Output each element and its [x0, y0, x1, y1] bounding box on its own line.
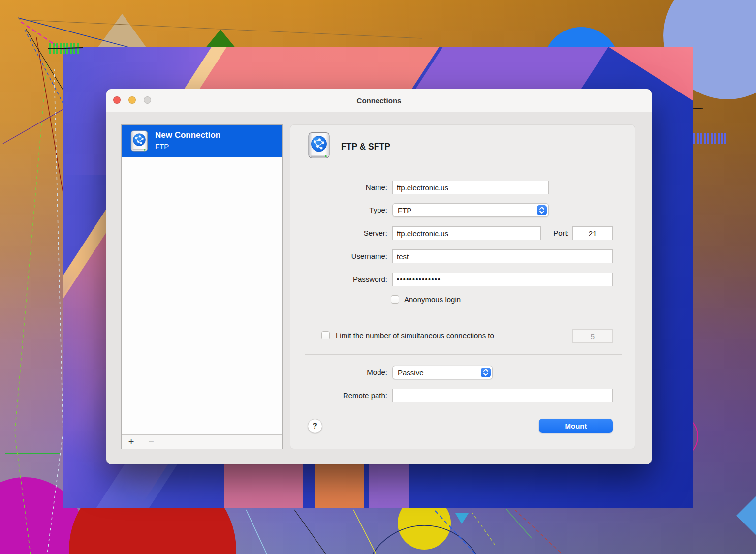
anonymous-login-label: Anonymous login	[404, 295, 461, 304]
type-popup-value: FTP	[393, 206, 537, 215]
limit-connections-label: Limit the number of simultaneous connect…	[336, 331, 494, 340]
port-label: Port:	[507, 226, 569, 240]
minimize-button[interactable]	[128, 96, 136, 104]
decor-blue-bars	[693, 133, 726, 144]
password-label: Password:	[290, 273, 387, 286]
close-button[interactable]	[113, 96, 121, 104]
sidebar-item-subtitle: FTP	[155, 142, 169, 151]
help-button[interactable]: ?	[308, 419, 322, 433]
pane-title: FTP & SFTP	[341, 142, 390, 152]
mode-popup[interactable]: Passive	[392, 366, 493, 379]
mount-button[interactable]: Mount	[539, 419, 613, 433]
up-down-chevrons-icon	[537, 205, 547, 215]
connections-sidebar: New Connection FTP + −	[121, 124, 283, 449]
network-drive-icon	[129, 130, 149, 154]
up-down-chevrons-icon	[481, 368, 491, 377]
sidebar-item-title: New Connection	[155, 130, 220, 140]
sidebar-toolbar: + −	[122, 434, 282, 449]
titlebar: Connections	[106, 89, 652, 112]
limit-connections-checkbox[interactable]	[321, 331, 330, 339]
network-drive-icon	[307, 132, 331, 161]
type-label: Type:	[290, 203, 387, 217]
name-label: Name:	[290, 181, 387, 194]
password-field[interactable]	[392, 273, 613, 286]
remove-connection-button[interactable]: −	[141, 435, 161, 449]
server-label: Server:	[290, 226, 387, 240]
ftp-settings-pane: FTP & SFTP Name: Type: FTP Server: Port:…	[290, 124, 635, 449]
username-label: Username:	[290, 249, 387, 263]
zoom-button[interactable]	[144, 96, 151, 104]
mode-popup-value: Passive	[393, 369, 481, 377]
limit-connections-field[interactable]	[572, 329, 613, 343]
window-title: Connections	[106, 89, 652, 112]
username-field[interactable]	[392, 249, 613, 263]
remote-path-field[interactable]	[392, 389, 613, 402]
divider	[305, 354, 622, 355]
type-popup[interactable]: FTP	[392, 203, 549, 217]
decor-teal-triangle	[455, 513, 469, 524]
sidebar-item-new-connection[interactable]: New Connection FTP	[122, 125, 282, 157]
mode-label: Mode:	[290, 366, 387, 379]
name-field[interactable]	[392, 181, 549, 194]
port-field[interactable]	[572, 226, 613, 240]
add-connection-button[interactable]: +	[122, 435, 141, 449]
connections-window: Connections	[106, 89, 652, 464]
anonymous-login-checkbox[interactable]	[391, 295, 399, 304]
remote-path-label: Remote path:	[290, 389, 387, 402]
divider	[305, 165, 622, 165]
divider	[305, 317, 622, 317]
decor-bottomright-triangle	[736, 496, 756, 535]
desktop: Connections	[0, 0, 756, 554]
